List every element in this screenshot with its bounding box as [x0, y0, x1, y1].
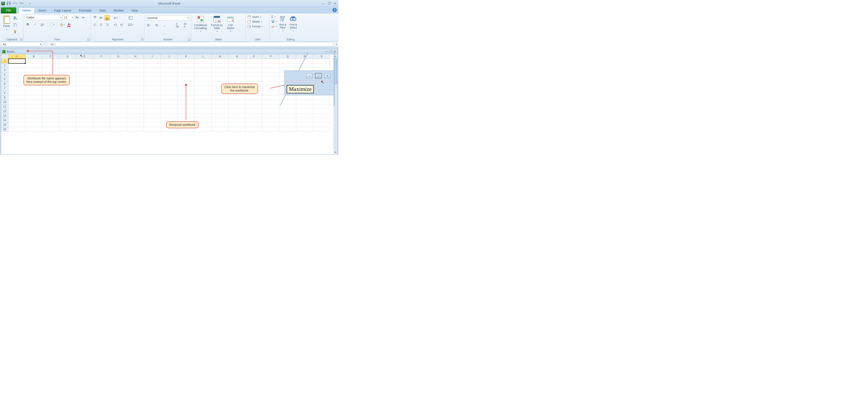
cell[interactable] — [212, 72, 228, 77]
comma-format-button[interactable]: , — [162, 23, 167, 28]
cell[interactable] — [127, 123, 144, 127]
decrease-decimal-button[interactable]: .00.0 — [182, 23, 187, 28]
increase-font-button[interactable]: A▴ — [75, 15, 80, 20]
cell[interactable] — [228, 63, 245, 68]
column-header[interactable]: P — [262, 54, 279, 59]
cell[interactable] — [127, 118, 144, 123]
cell[interactable] — [76, 72, 93, 77]
cell[interactable] — [59, 91, 76, 95]
cell[interactable] — [195, 91, 212, 95]
cell[interactable] — [93, 104, 110, 109]
cell[interactable] — [161, 100, 178, 104]
cell[interactable] — [313, 123, 330, 127]
cell[interactable] — [8, 127, 25, 132]
column-header[interactable]: I — [144, 54, 161, 59]
cell[interactable] — [127, 72, 144, 77]
cell[interactable] — [59, 95, 76, 100]
format-as-table-button[interactable]: Format as Table▾ — [210, 15, 223, 33]
name-box[interactable]: A1▾ — [1, 42, 42, 47]
cell[interactable] — [279, 118, 296, 123]
customize-qat-button[interactable]: ▾ — [27, 1, 33, 6]
cell[interactable] — [228, 59, 245, 63]
cell[interactable] — [8, 95, 25, 100]
cell[interactable] — [25, 95, 42, 100]
cell[interactable] — [245, 59, 262, 63]
cell[interactable] — [127, 100, 144, 104]
tab-insert[interactable]: Insert — [35, 8, 50, 13]
cell[interactable] — [76, 109, 93, 114]
tab-formulas[interactable]: Formulas — [75, 8, 95, 13]
cell[interactable] — [42, 114, 59, 118]
cell[interactable] — [42, 118, 59, 123]
cell[interactable] — [110, 86, 127, 91]
cell[interactable] — [93, 123, 110, 127]
cell[interactable] — [195, 82, 212, 86]
cell[interactable] — [93, 100, 110, 104]
cell[interactable] — [178, 68, 195, 72]
cell[interactable] — [228, 109, 245, 114]
cell[interactable] — [144, 100, 161, 104]
cell[interactable] — [93, 82, 110, 86]
cell[interactable] — [195, 72, 212, 77]
column-header[interactable]: G — [110, 54, 127, 59]
percent-format-button[interactable]: % — [154, 23, 159, 28]
cell[interactable] — [245, 100, 262, 104]
row-header[interactable]: 16 — [1, 127, 8, 132]
cell[interactable] — [228, 72, 245, 77]
cell[interactable] — [144, 123, 161, 127]
cell[interactable] — [296, 123, 313, 127]
excel-logo-icon[interactable] — [1, 2, 5, 5]
cell[interactable] — [8, 100, 25, 104]
cell[interactable] — [161, 109, 178, 114]
formula-input[interactable] — [56, 42, 333, 47]
cell[interactable] — [144, 72, 161, 77]
cell[interactable] — [245, 114, 262, 118]
format-painter-button[interactable] — [12, 29, 18, 34]
cell[interactable] — [228, 123, 245, 127]
cell[interactable] — [161, 68, 178, 72]
cell[interactable] — [110, 91, 127, 95]
cell[interactable] — [76, 77, 93, 82]
cell[interactable] — [262, 127, 279, 132]
cell[interactable] — [228, 100, 245, 104]
accounting-format-button[interactable]: $▾ — [146, 23, 152, 28]
column-header[interactable]: N — [228, 54, 245, 59]
restore-app-button[interactable]: ❐ — [327, 2, 331, 5]
tab-home[interactable]: Home — [19, 7, 35, 13]
row-header[interactable]: 8 — [1, 91, 8, 95]
cell[interactable] — [296, 118, 313, 123]
font-name-combo[interactable]: Calibri▾ — [25, 15, 62, 20]
cell[interactable] — [42, 127, 59, 132]
number-dialog-launcher[interactable]: ↘ — [188, 38, 190, 40]
increase-decimal-button[interactable]: .0.00 — [175, 23, 180, 28]
cell[interactable] — [59, 127, 76, 132]
cell[interactable] — [195, 109, 212, 114]
cell[interactable] — [8, 77, 25, 82]
cell[interactable] — [93, 95, 110, 100]
cell[interactable] — [144, 127, 161, 132]
cell[interactable] — [25, 114, 42, 118]
sort-filter-button[interactable]: AZ Sort & Filter▾ — [278, 15, 287, 32]
cell[interactable] — [127, 86, 144, 91]
align-middle-button[interactable] — [98, 15, 104, 21]
cell[interactable] — [262, 114, 279, 118]
cell[interactable] — [110, 63, 127, 68]
minimize-ribbon-button[interactable]: ⌃ — [329, 8, 331, 11]
cell[interactable] — [178, 77, 195, 82]
cell[interactable] — [144, 104, 161, 109]
cell[interactable] — [144, 77, 161, 82]
cell[interactable] — [76, 114, 93, 118]
cell[interactable] — [8, 118, 25, 123]
cell[interactable] — [110, 77, 127, 82]
cell[interactable] — [59, 100, 76, 104]
alignment-dialog-launcher[interactable]: ↘ — [141, 38, 144, 40]
cell[interactable] — [195, 68, 212, 72]
cell[interactable] — [161, 104, 178, 109]
cell[interactable] — [127, 68, 144, 72]
inset-minimize-button[interactable]: — — [306, 73, 312, 78]
cell[interactable] — [93, 91, 110, 95]
cell[interactable] — [42, 109, 59, 114]
cell[interactable] — [262, 104, 279, 109]
fill-button[interactable]: ▾ — [271, 20, 277, 23]
cell[interactable] — [262, 123, 279, 127]
